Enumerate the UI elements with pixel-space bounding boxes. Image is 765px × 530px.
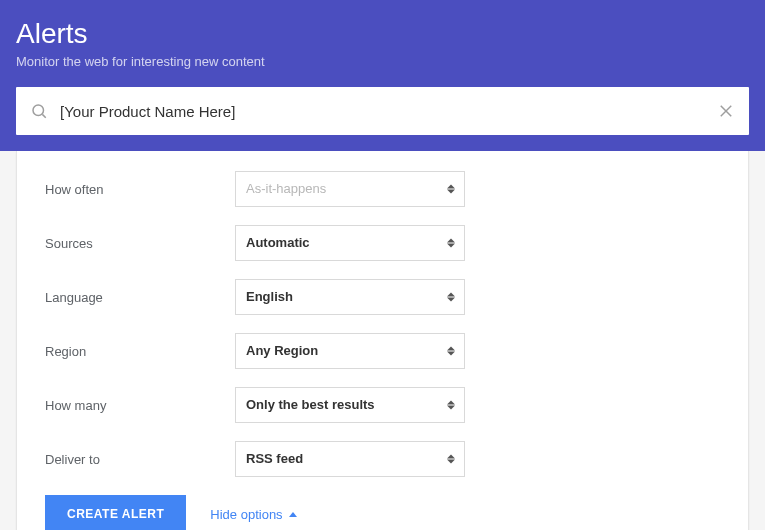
- select-how-often[interactable]: As-it-happens: [235, 171, 465, 207]
- select-value: Automatic: [235, 225, 465, 261]
- option-row-how-often: How often As-it-happens: [45, 171, 720, 207]
- select-sources[interactable]: Automatic: [235, 225, 465, 261]
- option-label: Region: [45, 344, 235, 359]
- option-label: Language: [45, 290, 235, 305]
- page-title: Alerts: [16, 18, 749, 50]
- option-label: How many: [45, 398, 235, 413]
- page-subtitle: Monitor the web for interesting new cont…: [16, 54, 749, 69]
- actions-row: CREATE ALERT Hide options: [45, 495, 720, 530]
- option-row-region: Region Any Region: [45, 333, 720, 369]
- select-how-many[interactable]: Only the best results: [235, 387, 465, 423]
- option-label: Deliver to: [45, 452, 235, 467]
- svg-point-0: [33, 105, 44, 116]
- option-row-sources: Sources Automatic: [45, 225, 720, 261]
- close-icon[interactable]: [717, 102, 735, 120]
- option-row-how-many: How many Only the best results: [45, 387, 720, 423]
- header: Alerts Monitor the web for interesting n…: [0, 0, 765, 151]
- select-region[interactable]: Any Region: [235, 333, 465, 369]
- option-row-language: Language English: [45, 279, 720, 315]
- hide-options-label: Hide options: [210, 507, 282, 522]
- select-value: RSS feed: [235, 441, 465, 477]
- select-value: As-it-happens: [235, 171, 465, 207]
- select-value: English: [235, 279, 465, 315]
- option-label: Sources: [45, 236, 235, 251]
- chevron-up-icon: [289, 512, 297, 517]
- select-value: Only the best results: [235, 387, 465, 423]
- search-icon: [30, 102, 48, 120]
- select-language[interactable]: English: [235, 279, 465, 315]
- search-bar: [16, 87, 749, 135]
- select-value: Any Region: [235, 333, 465, 369]
- select-deliver-to[interactable]: RSS feed: [235, 441, 465, 477]
- option-label: How often: [45, 182, 235, 197]
- option-row-deliver-to: Deliver to RSS feed: [45, 441, 720, 477]
- create-alert-button[interactable]: CREATE ALERT: [45, 495, 186, 530]
- hide-options-link[interactable]: Hide options: [210, 507, 296, 522]
- options-panel: How often As-it-happens Sources Automati…: [16, 151, 749, 530]
- svg-line-1: [42, 114, 45, 117]
- search-input[interactable]: [60, 103, 717, 120]
